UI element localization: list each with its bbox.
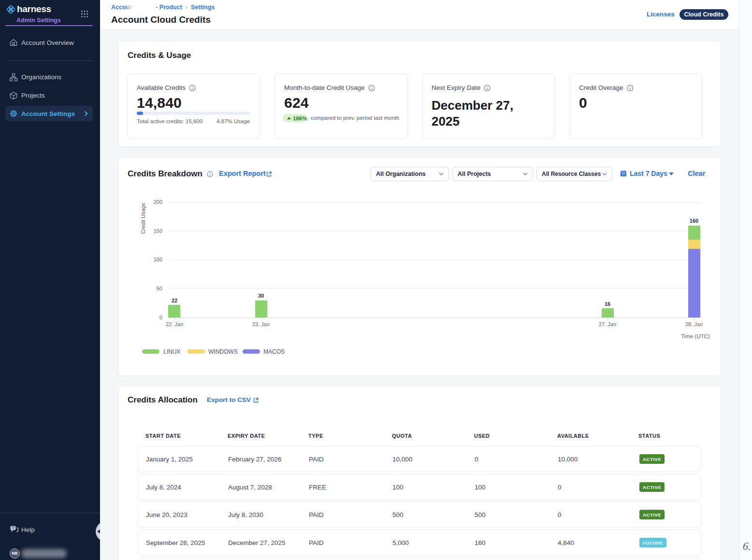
svg-text:?: ?: [12, 526, 14, 530]
